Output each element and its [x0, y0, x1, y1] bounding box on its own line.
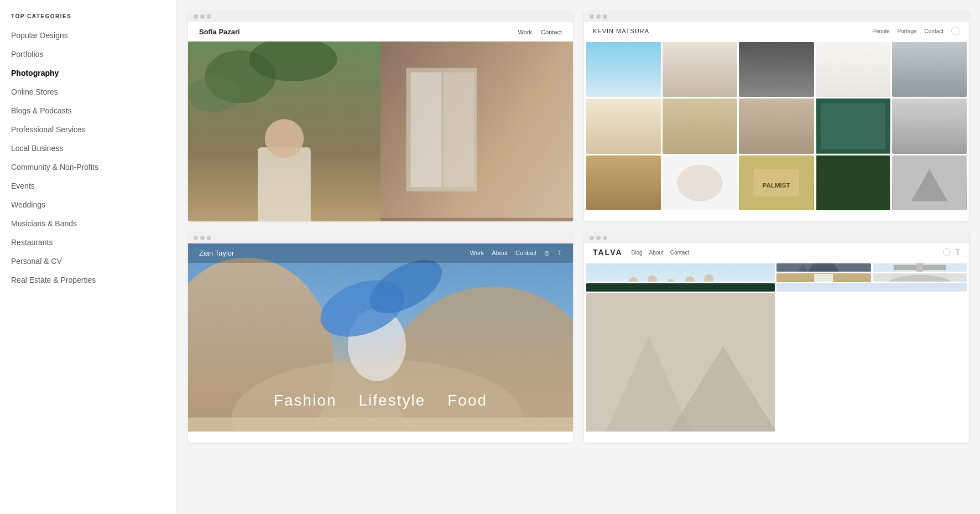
sidebar-item-blogs-podcasts[interactable]: Blogs & Podcasts — [0, 101, 176, 120]
svg-text:PALMIST: PALMIST — [763, 182, 790, 189]
card4-photo-pier — [873, 263, 967, 272]
photo-cell-10 — [892, 98, 967, 153]
svg-rect-48 — [814, 273, 833, 282]
card4-icon-settings — [943, 248, 951, 256]
template-card-zian[interactable]: Zian Taylor Work About Contact ◎ 𝕋 Fashi… — [188, 232, 573, 443]
card3-header: Zian Taylor Work About Contact ◎ 𝕋 — [188, 243, 573, 263]
card3-nav-icon1: ◎ — [544, 250, 550, 257]
photo-cell-palmist: PALMIST — [739, 155, 814, 210]
photo-cell-2 — [663, 42, 737, 97]
card3-content: Zian Taylor Work About Contact ◎ 𝕋 Fashi… — [188, 243, 573, 432]
card3-nav-work[interactable]: Work — [470, 250, 484, 257]
card1-content: Sofia Pazari Work Contact — [188, 22, 573, 221]
card2-nav-portage[interactable]: Portage — [898, 28, 917, 34]
chrome-dot-5 — [596, 14, 601, 19]
svg-marker-49 — [812, 273, 836, 274]
sidebar: TOP CATEGORIES Popular Designs Portfolio… — [0, 0, 177, 514]
svg-rect-15 — [821, 103, 885, 149]
card3-nav-about[interactable]: About — [492, 250, 508, 257]
card3-nav-icon2: 𝕋 — [557, 250, 562, 257]
svg-point-3 — [188, 77, 240, 112]
svg-rect-10 — [443, 72, 474, 187]
chrome-dot-6 — [603, 14, 607, 19]
chrome-dot-3 — [207, 14, 211, 19]
card1-nav-work[interactable]: Work — [518, 29, 532, 35]
template-card-talva[interactable]: TALVA Blog About Contact 𝕋 — [584, 232, 969, 443]
svg-rect-33 — [586, 263, 775, 282]
chrome-dot-1 — [194, 14, 198, 19]
sidebar-item-weddings[interactable]: Weddings — [0, 195, 176, 214]
card2-header: KEVIN MATSURA People Portage Contact — [584, 22, 969, 40]
svg-rect-54 — [586, 283, 775, 292]
card2-nav: People Portage Contact — [872, 27, 960, 35]
sidebar-item-personal-cv[interactable]: Personal & CV — [0, 252, 176, 271]
card3-site-name: Zian Taylor — [199, 249, 234, 257]
card4-nav-about[interactable]: About — [649, 250, 664, 256]
card4-photo-mountain — [776, 263, 871, 272]
card4-header-left: TALVA Blog About Contact — [593, 248, 689, 257]
svg-point-5 — [265, 119, 304, 158]
card1-image-right: Interiors — [380, 41, 573, 221]
card3-label-lifestyle: Lifestyle — [359, 392, 426, 409]
card4-header-right: 𝕋 — [943, 248, 960, 256]
card4-photo-grid — [584, 261, 969, 434]
card1-nav-contact[interactable]: Contact — [541, 29, 562, 35]
chrome-dot-11 — [596, 236, 601, 240]
sidebar-item-photography[interactable]: Photography — [0, 64, 176, 82]
card1-images: Po... — [188, 41, 573, 219]
sidebar-section-title: TOP CATEGORIES — [0, 9, 176, 26]
card1-site-name: Sofia Pazari — [199, 28, 240, 36]
photo-cell-3 — [739, 42, 814, 97]
card3-hero-text: Fashion Lifestyle Food — [274, 392, 487, 409]
card4-header: TALVA Blog About Contact 𝕋 — [584, 243, 969, 261]
card4-nav: Blog About Contact — [632, 250, 690, 256]
sidebar-item-real-estate[interactable]: Real Estate & Properties — [0, 271, 176, 289]
sidebar-item-community-nonprofits[interactable]: Community & Non-Profits — [0, 158, 176, 176]
card-chrome-3 — [188, 232, 573, 243]
sidebar-item-events[interactable]: Events — [0, 176, 176, 195]
svg-point-17 — [677, 164, 723, 201]
sidebar-item-portfolios[interactable]: Portfolios — [0, 45, 176, 64]
sidebar-item-professional-services[interactable]: Professional Services — [0, 120, 176, 139]
photo-cell-14 — [892, 155, 967, 210]
photo-cell-8 — [739, 98, 814, 153]
card4-photo-lake — [776, 283, 967, 292]
template-card-kevin[interactable]: KEVIN MATSURA People Portage Contact — [584, 11, 969, 221]
card2-nav-icon — [951, 27, 960, 35]
photo-cell-11 — [586, 155, 661, 210]
card2-content: KEVIN MATSURA People Portage Contact — [584, 22, 969, 221]
card4-nav-contact[interactable]: Contact — [670, 250, 689, 256]
card4-photo-field — [873, 273, 967, 282]
svg-rect-58 — [776, 283, 967, 292]
card4-photo-forest — [586, 283, 775, 292]
card-chrome-2 — [584, 11, 969, 22]
chrome-dot-9 — [207, 236, 211, 240]
svg-rect-22 — [816, 155, 889, 210]
card1-header: Sofia Pazari Work Contact — [188, 22, 573, 41]
photo-cell-1 — [586, 42, 661, 97]
card1-image-left: Po... — [188, 41, 380, 221]
sidebar-item-restaurants[interactable]: Restaurants — [0, 233, 176, 252]
card2-photo-grid: PALMIST — [584, 40, 969, 212]
chrome-dot-7 — [194, 236, 198, 240]
sidebar-item-popular-designs[interactable]: Popular Designs — [0, 26, 176, 45]
template-card-sofia[interactable]: Sofia Pazari Work Contact — [188, 11, 573, 221]
chrome-dot-8 — [200, 236, 205, 240]
sidebar-item-online-stores[interactable]: Online Stores — [0, 82, 176, 101]
photo-cell-13 — [816, 155, 890, 210]
card3-nav-contact[interactable]: Contact — [515, 250, 536, 257]
svg-rect-29 — [188, 417, 573, 432]
template-grid: Sofia Pazari Work Contact — [177, 0, 980, 514]
card3-label-fashion: Fashion — [274, 392, 337, 409]
card4-photo-wide-1 — [586, 263, 775, 282]
photo-cell-4 — [816, 42, 890, 97]
photo-cell-5 — [892, 42, 967, 97]
chrome-dot-12 — [603, 236, 607, 240]
card2-site-name: KEVIN MATSURA — [593, 28, 649, 34]
card-chrome-1 — [188, 11, 573, 22]
card2-nav-contact[interactable]: Contact — [925, 28, 943, 34]
sidebar-item-musicians-bands[interactable]: Musicians & Bands — [0, 214, 176, 233]
card2-nav-people[interactable]: People — [872, 28, 889, 34]
card4-nav-blog[interactable]: Blog — [632, 250, 643, 256]
sidebar-item-local-business[interactable]: Local Business — [0, 139, 176, 158]
